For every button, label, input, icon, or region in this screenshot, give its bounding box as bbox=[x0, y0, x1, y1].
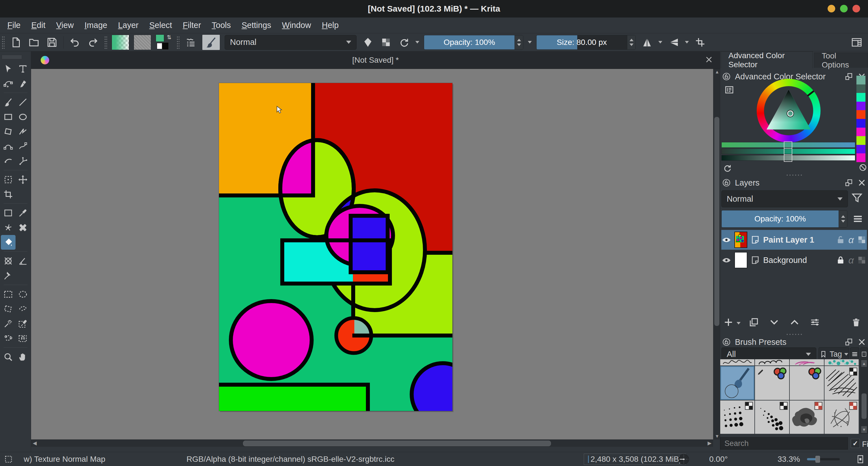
canvas-page[interactable] bbox=[219, 83, 453, 411]
scroll-down-icon[interactable]: ▼ bbox=[715, 434, 719, 439]
pattern-chooser-button[interactable] bbox=[134, 35, 151, 50]
tool-freehand-path-button[interactable] bbox=[16, 139, 30, 154]
brush-preset-cell[interactable] bbox=[755, 366, 789, 400]
vertical-scrollbar[interactable]: ▲ ▼ bbox=[713, 69, 720, 439]
preset-filter-dropdown[interactable]: All bbox=[721, 347, 816, 361]
menu-settings[interactable]: Settings bbox=[242, 21, 271, 30]
update-color-button[interactable] bbox=[722, 163, 732, 174]
brush-preset-cell-selected[interactable] bbox=[720, 366, 754, 400]
brush-preset-cell[interactable] bbox=[790, 400, 824, 434]
tool-line-button[interactable] bbox=[16, 95, 30, 109]
menu-tools[interactable]: Tools bbox=[212, 21, 231, 30]
alpha-lock-toggle[interactable]: α bbox=[848, 255, 854, 266]
brush-preset-preview-button[interactable] bbox=[202, 34, 220, 50]
horizontal-mirror-button[interactable] bbox=[640, 36, 654, 49]
layer-properties-button[interactable] bbox=[809, 317, 820, 329]
tool-freehand-brush-button[interactable] bbox=[1, 95, 16, 109]
layer-lock-icon[interactable] bbox=[836, 255, 846, 265]
scroll-down-icon[interactable]: ▼ bbox=[861, 426, 867, 433]
brush-preset-cell[interactable] bbox=[755, 400, 789, 434]
tab-advanced-color-selector[interactable]: Advanced Color Selector bbox=[721, 52, 813, 68]
chevron-down-icon[interactable] bbox=[658, 41, 662, 43]
brush-preset-cell[interactable] bbox=[790, 366, 824, 400]
opacity-slider[interactable]: Opacity: 100% bbox=[424, 35, 523, 50]
preset-scrollbar[interactable]: ▲ ▼ bbox=[860, 359, 868, 434]
menu-edit[interactable]: Edit bbox=[31, 21, 45, 30]
layer-name[interactable]: Background bbox=[763, 256, 833, 265]
toolbar-grip[interactable] bbox=[2, 36, 4, 49]
toolbar-grip[interactable] bbox=[104, 36, 107, 49]
lightness-slider-handle[interactable] bbox=[784, 155, 792, 162]
brush-preset-cell[interactable] bbox=[720, 359, 754, 365]
tool-rect-select-button[interactable] bbox=[1, 287, 16, 302]
tool-transform-button[interactable] bbox=[1, 172, 16, 187]
history-swatch[interactable] bbox=[857, 93, 865, 102]
tool-reference-images-button[interactable] bbox=[1, 268, 16, 283]
tool-polygon-button[interactable] bbox=[1, 124, 16, 139]
scroll-right-icon[interactable]: ▶ bbox=[708, 440, 711, 446]
menu-view[interactable]: View bbox=[56, 21, 74, 30]
history-swatch[interactable] bbox=[857, 76, 865, 85]
layer-style-icon[interactable] bbox=[750, 235, 761, 245]
redo-button[interactable] bbox=[86, 36, 100, 49]
menu-file[interactable]: File bbox=[7, 21, 21, 30]
workspace-chooser-button[interactable] bbox=[850, 36, 864, 49]
undo-button[interactable] bbox=[68, 36, 82, 49]
tool-pan-button[interactable] bbox=[16, 350, 30, 364]
menu-help[interactable]: Help bbox=[322, 21, 339, 30]
tool-shape-select-button[interactable] bbox=[1, 62, 16, 76]
menu-filter[interactable]: Filter bbox=[183, 21, 201, 30]
scroll-up-icon[interactable]: ▲ bbox=[715, 69, 719, 74]
open-document-button[interactable] bbox=[27, 36, 41, 49]
hue-wheel[interactable] bbox=[757, 79, 820, 143]
chevron-down-icon[interactable] bbox=[685, 41, 689, 43]
visibility-eye-icon[interactable] bbox=[721, 235, 732, 245]
chevron-down-icon[interactable] bbox=[415, 41, 419, 43]
eraser-mode-button[interactable] bbox=[361, 36, 375, 49]
preset-scroll-thumb[interactable] bbox=[862, 393, 867, 419]
layer-lock-icon[interactable] bbox=[836, 235, 846, 245]
tag-button[interactable]: Tag bbox=[818, 347, 849, 361]
scroll-left-icon[interactable]: ◀ bbox=[33, 440, 37, 446]
filter-in-tag-checkbox[interactable]: ✓ bbox=[851, 439, 860, 448]
layer-opacity-spinner[interactable] bbox=[839, 210, 847, 227]
tool-calligraphy-button[interactable] bbox=[16, 76, 30, 91]
layer-row-paint-layer-1[interactable]: Paint Layer 1 α bbox=[721, 230, 867, 249]
document-tab-title[interactable]: [Not Saved] * bbox=[31, 56, 720, 65]
foreground-background-colors[interactable]: ⇅ bbox=[156, 34, 172, 50]
tool-text-button[interactable] bbox=[16, 62, 30, 76]
brush-size-slider[interactable]: Size: 80.00 px bbox=[536, 35, 636, 50]
tool-color-sampler-button[interactable] bbox=[16, 206, 30, 220]
vertical-scroll-thumb[interactable] bbox=[714, 117, 719, 326]
close-docker-icon[interactable] bbox=[857, 337, 866, 346]
background-color-swatch[interactable] bbox=[157, 43, 162, 49]
preset-search-input[interactable] bbox=[720, 437, 848, 450]
tool-freehand-select-button[interactable] bbox=[16, 302, 30, 316]
vertical-mirror-button[interactable] bbox=[667, 36, 680, 49]
inherit-alpha-icon[interactable] bbox=[857, 235, 867, 245]
brush-editor-button[interactable] bbox=[184, 36, 197, 49]
layer-thumbnail[interactable] bbox=[734, 252, 747, 268]
tool-select-from-layer-button[interactable] bbox=[16, 316, 30, 331]
move-layer-up-button[interactable] bbox=[789, 317, 800, 329]
tool-assistants-button[interactable] bbox=[1, 254, 16, 268]
zoom-slider[interactable] bbox=[807, 452, 840, 466]
scroll-up-icon[interactable]: ▲ bbox=[861, 360, 867, 367]
horizontal-scroll-thumb[interactable] bbox=[243, 441, 551, 446]
menu-select[interactable]: Select bbox=[149, 21, 172, 30]
brush-preset-cell[interactable] bbox=[825, 400, 859, 434]
tool-fill-button[interactable] bbox=[1, 235, 16, 249]
tool-similar-select-button[interactable] bbox=[1, 316, 16, 331]
fit-page-button[interactable] bbox=[856, 452, 865, 466]
default-colors-swatch[interactable] bbox=[162, 42, 169, 50]
zoom-slider-knob[interactable] bbox=[815, 456, 820, 463]
history-swatch[interactable] bbox=[857, 110, 865, 119]
preset-detail-button[interactable] bbox=[860, 347, 868, 361]
new-document-button[interactable] bbox=[9, 36, 23, 49]
maximize-button[interactable] bbox=[840, 5, 848, 12]
float-docker-icon[interactable] bbox=[844, 337, 853, 346]
history-swatch[interactable] bbox=[857, 128, 865, 136]
hue-slider[interactable] bbox=[721, 142, 855, 148]
visibility-eye-icon[interactable] bbox=[721, 255, 732, 265]
tool-magnetic-select-button[interactable] bbox=[16, 331, 30, 346]
